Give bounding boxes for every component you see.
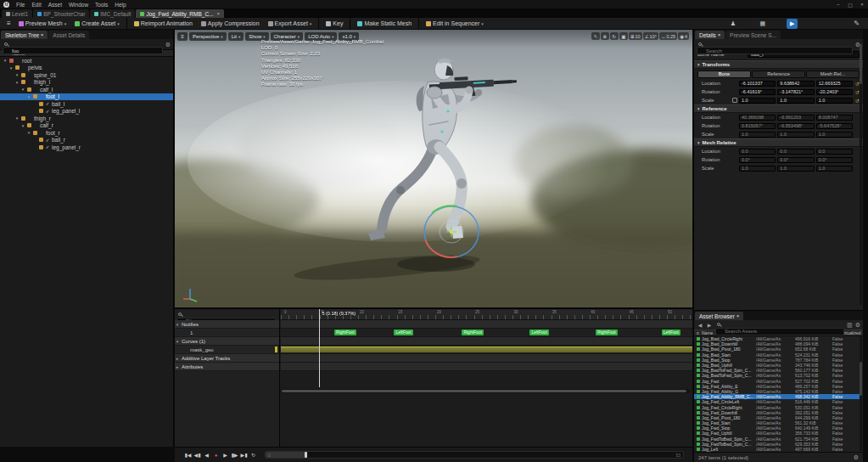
asset-search-input[interactable] — [715, 328, 844, 335]
bone-tree-row[interactable]: ✓ ball_r — [0, 137, 173, 144]
notify-marker[interactable]: RightFoot — [334, 330, 356, 335]
viewport-tool-button[interactable]: ⊕ — [601, 32, 609, 40]
asset-row[interactable]: Jog_Fwd_Ability_G /All/Game/As 475.143 K… — [694, 389, 860, 394]
notify-marker[interactable]: LeftFoot — [529, 330, 548, 335]
transport-button[interactable]: ▶▮ — [239, 450, 249, 459]
bone-tree-row[interactable]: ▾ calf_l — [0, 86, 173, 93]
expander-icon[interactable]: ▾ — [20, 123, 25, 128]
curve-track-mask-geo[interactable] — [281, 346, 692, 354]
snap-setting-button[interactable]: ↔ 0.25 — [659, 32, 677, 40]
expander-icon[interactable]: ▸ — [175, 364, 180, 369]
close-icon[interactable]: × — [41, 32, 43, 37]
viewport-tool-button[interactable]: ▣ — [619, 32, 628, 40]
edit-icon[interactable]: ✎ — [854, 20, 860, 27]
asset-row[interactable]: Jog_Fwd_Start /All/Game/As 561.32 KiB Fa… — [694, 420, 860, 425]
expander-icon[interactable]: ▾ — [175, 339, 180, 344]
expander-icon[interactable]: ▾ — [14, 72, 20, 77]
asset-row[interactable]: Jog_FwdToBwd_Spin_C... /All/Game/As 629.… — [694, 442, 860, 447]
snap-setting-button[interactable]: ∠ 10° — [643, 32, 658, 40]
notify-marker[interactable]: LeftFoot — [662, 330, 680, 335]
asset-tab[interactable]: Level1 × — [2, 9, 32, 18]
transforms-section-header[interactable]: ▾ Transforms — [694, 60, 863, 69]
asset-row[interactable]: Jog_Bwd_Start /All/Game/As 524.231 KiB F… — [694, 352, 860, 358]
transform-z-field[interactable]: -20.2403° — [816, 89, 853, 95]
bone-tree-row[interactable]: ▾ root — [0, 57, 173, 65]
bone-tree-row[interactable]: ▾ thigh_r — [0, 115, 173, 122]
notify-marker[interactable]: RightFoot — [462, 330, 484, 335]
asset-settings-gear-icon[interactable]: ⚙ — [855, 322, 860, 328]
editor-mode-button[interactable]: ♟ — [727, 19, 738, 29]
asset-search[interactable] — [715, 321, 844, 329]
asset-row[interactable]: Jog_Fwd_Ability_E /All/Game/As 489.257 K… — [694, 384, 860, 389]
menu-item[interactable]: Asset — [45, 2, 65, 8]
transform-y-field[interactable]: -3.147821° — [777, 89, 814, 95]
tab-asset-browser[interactable]: Asset Browser × — [695, 312, 743, 320]
asset-row[interactable]: Jog_Fwd_Downhill /All/Game/As 392.051 Ki… — [694, 410, 860, 415]
viewport-toolbar-button[interactable]: Lit ▾ — [228, 32, 244, 41]
timeline-track-row[interactable]: mask_geo — [175, 346, 279, 354]
reference-section-header[interactable]: ▾ Reference — [694, 104, 863, 113]
expander-icon[interactable]: ▾ — [14, 80, 20, 85]
bone-tree-row[interactable]: ▾ thigh_l — [0, 79, 173, 87]
menu-item[interactable]: File — [13, 2, 28, 8]
asset-row[interactable]: Jog_Bwd_Stop /All/Game/As 787.784 KiB Fa… — [694, 358, 860, 363]
asset-row[interactable]: Jog_Fwd_Uphill /All/Game/As 356.733 KiB … — [694, 431, 860, 436]
view-options-icon[interactable]: ▥ — [847, 322, 853, 328]
scrub-handle[interactable] — [305, 452, 307, 458]
toolbar-button[interactable]: Apply Compression ▾ — [197, 18, 264, 30]
tab-asset-details[interactable]: Asset Details — [48, 31, 89, 39]
timeline-track-row[interactable]: ▸ Attributes — [175, 363, 279, 371]
bone-tree-row[interactable]: ✓ ball_l — [0, 100, 173, 108]
toolbar-button[interactable]: Make Static Mesh ▾ — [350, 18, 416, 30]
burger-icon[interactable]: ≡ — [3, 20, 14, 27]
toolbar-button[interactable]: Export Asset ▾ — [264, 18, 316, 30]
transport-button[interactable]: ▮◀ — [183, 450, 193, 459]
history-back-icon[interactable]: ◀ — [697, 322, 703, 328]
notify-marker[interactable]: LeftFoot — [394, 330, 412, 335]
snap-setting-button[interactable]: ◉ 4 — [678, 32, 689, 40]
transport-button[interactable]: ▶ — [221, 450, 230, 459]
transform-z-field[interactable]: 12.669325 — [816, 81, 853, 87]
viewport-toolbar-button[interactable]: Perspective ▾ — [189, 32, 227, 41]
asset-row[interactable]: Jog_Fwd_CircleLeft /All/Game/As 516.446 … — [694, 399, 860, 404]
expander-icon[interactable]: ▾ — [26, 94, 31, 99]
asset-tab[interactable]: Jog_Fwd_Ability_RMB_C... × — [136, 9, 224, 18]
bone-tree-row[interactable]: ▾ spine_01 — [0, 71, 173, 79]
close-icon[interactable]: × — [217, 11, 221, 16]
asset-row[interactable]: Jog_Fwd_Stop /All/Game/As 640.149 KiB Fa… — [694, 425, 860, 431]
toolbar-button[interactable]: Key ▾ — [318, 18, 347, 30]
toolbar-button[interactable]: Edit in Sequencer ▾ — [418, 18, 488, 30]
transform-x-field[interactable]: -6.41619° — [739, 89, 776, 95]
expander-icon[interactable]: ▸ — [175, 356, 180, 361]
asset-row[interactable]: Jog_Fwd_Pivot_180 /All/Game/As 644.299 K… — [694, 415, 860, 420]
asset-tab[interactable]: IMC_Default × — [90, 9, 135, 18]
timeline-track-row[interactable]: 1 — [175, 329, 279, 337]
transport-button[interactable]: ◀▮ — [193, 450, 202, 459]
minimize-button[interactable]: – — [832, 2, 844, 8]
transform-z-field[interactable]: 1.0 — [816, 98, 853, 104]
expander-icon[interactable]: ▾ — [175, 322, 180, 327]
close-button[interactable]: × — [856, 2, 868, 8]
tab-preview-scene-settings[interactable]: Preview Scene S... — [725, 31, 781, 39]
timeline-track-row[interactable]: ▾ Notifies — [175, 320, 279, 329]
toolbar-button[interactable]: Create Asset ▾ — [70, 18, 124, 30]
viewport-tool-button[interactable]: ↖ — [591, 32, 600, 40]
footer-gear-icon[interactable]: ⚙ — [854, 454, 859, 460]
asset-row[interactable]: Jog_Bwd_Pivot_180 /All/Game/As 652.68 Ki… — [694, 346, 860, 352]
details-scrollbar-thumb[interactable] — [860, 43, 862, 84]
asset-tab[interactable]: BP_ShooterChar × — [33, 9, 89, 18]
asset-row[interactable]: Jog_Fwd_Ability_RMB_C... /All/Game/As 49… — [694, 394, 860, 399]
details-search-input[interactable] — [697, 47, 853, 54]
expander-icon[interactable]: ▾ — [26, 130, 31, 135]
toolbar-button[interactable]: Reimport Animation ▾ — [126, 18, 197, 30]
menu-item[interactable]: Tools — [92, 2, 111, 8]
mesh-relative-section-header[interactable]: ▾ Mesh Relative — [694, 138, 863, 147]
timeline-track-row[interactable]: ▸ Additive Layer Tracks — [175, 354, 279, 363]
asset-list-scrollbar[interactable] — [860, 336, 862, 451]
asset-row[interactable]: Jog_BwdToFwd_Spin_C... /All/Game/As 560.… — [694, 368, 860, 373]
toolbar-button[interactable]: Preview Mesh ▾ — [14, 18, 70, 30]
sort-icon[interactable]: ≡ — [694, 330, 702, 335]
bone-tree-row[interactable]: ▾ calf_r — [0, 122, 173, 130]
asset-row[interactable]: Jog_BwdToFwd_Spin_C... /All/Game/As 613.… — [694, 373, 860, 378]
bone-tree-row[interactable]: ✓ leg_panel_r — [0, 144, 173, 151]
